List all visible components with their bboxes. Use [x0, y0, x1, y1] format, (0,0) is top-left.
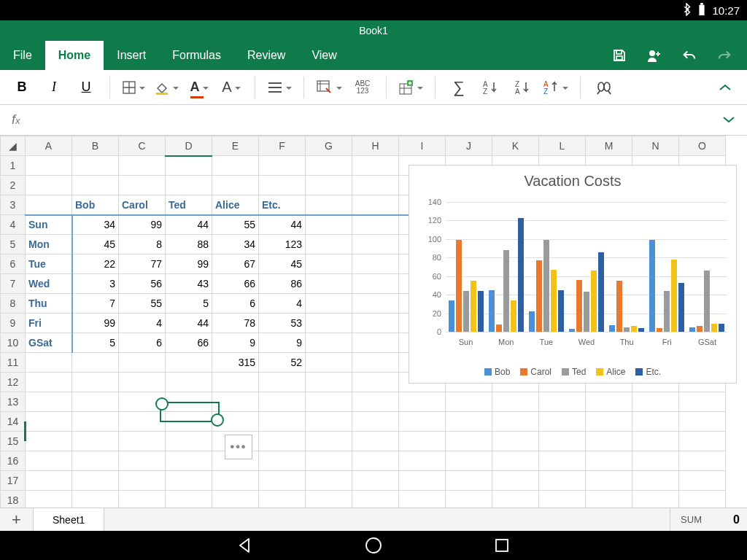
sort-asc-button[interactable]: AZ: [479, 75, 503, 100]
cell-C17[interactable]: [119, 471, 166, 491]
cell-F7[interactable]: 86: [259, 274, 306, 294]
cell-C14[interactable]: [119, 412, 166, 432]
cell-A16[interactable]: [26, 451, 72, 471]
cell-J16[interactable]: [446, 451, 492, 471]
add-sheet-button[interactable]: +: [0, 508, 34, 531]
cell-G1[interactable]: [306, 156, 352, 176]
cell-H1[interactable]: [352, 156, 399, 176]
cell-G12[interactable]: [306, 373, 352, 392]
cell-E1[interactable]: [212, 156, 259, 176]
cell-B18[interactable]: [72, 491, 119, 508]
cell-G10[interactable]: [306, 333, 352, 353]
row-header-1[interactable]: 1: [1, 156, 26, 176]
cell-E5[interactable]: 34: [212, 235, 259, 254]
col-header-N[interactable]: N: [632, 136, 679, 156]
cell-C13[interactable]: [119, 392, 166, 412]
cell-C2[interactable]: [119, 176, 166, 195]
cell-E10[interactable]: 9: [212, 333, 259, 353]
cell-J13[interactable]: [446, 392, 492, 412]
cell-A4[interactable]: Sun: [26, 215, 72, 235]
cell-B8[interactable]: 7: [72, 294, 119, 314]
sheet-tab[interactable]: Sheet1: [34, 508, 104, 531]
cell-F6[interactable]: 45: [259, 254, 306, 274]
cell-F16[interactable]: [259, 451, 306, 471]
cell-A5[interactable]: Mon: [26, 235, 72, 254]
col-header-E[interactable]: E: [212, 136, 259, 156]
cell-D3[interactable]: Ted: [166, 195, 212, 215]
font-color-button[interactable]: A: [187, 75, 211, 100]
cell-I14[interactable]: [399, 412, 446, 432]
cell-H12[interactable]: [352, 373, 399, 392]
cell-I17[interactable]: [399, 471, 446, 491]
font-size-button[interactable]: A: [220, 75, 243, 100]
cell-E18[interactable]: [212, 491, 259, 508]
cell-K18[interactable]: [492, 491, 539, 508]
back-icon[interactable]: [236, 536, 255, 555]
cell-A9[interactable]: Fri: [26, 314, 72, 333]
cell-C12[interactable]: [119, 373, 166, 392]
row-header-12[interactable]: 12: [1, 373, 26, 392]
cell-G15[interactable]: [306, 432, 352, 451]
cell-F1[interactable]: [259, 156, 306, 176]
cell-H7[interactable]: [352, 274, 399, 294]
cell-K16[interactable]: [492, 451, 539, 471]
cell-D9[interactable]: 44: [166, 314, 212, 333]
cell-K15[interactable]: [492, 432, 539, 451]
cell-G5[interactable]: [306, 235, 352, 254]
cell-C9[interactable]: 4: [119, 314, 166, 333]
cell-D7[interactable]: 43: [166, 274, 212, 294]
cell-E17[interactable]: [212, 471, 259, 491]
cell-B9[interactable]: 99: [72, 314, 119, 333]
cell-C18[interactable]: [119, 491, 166, 508]
cell-G4[interactable]: [306, 215, 352, 235]
cell-F12[interactable]: [259, 373, 306, 392]
cell-N14[interactable]: [632, 412, 679, 432]
row-header-7[interactable]: 7: [1, 274, 26, 294]
row-header-6[interactable]: 6: [1, 254, 26, 274]
cell-B11[interactable]: [72, 353, 119, 373]
cell-B3[interactable]: Bob: [72, 195, 119, 215]
cell-A11[interactable]: [26, 353, 72, 373]
cell-J17[interactable]: [446, 471, 492, 491]
cell-H8[interactable]: [352, 294, 399, 314]
row-header-11[interactable]: 11: [1, 353, 26, 373]
borders-button[interactable]: [122, 75, 145, 100]
row-header-9[interactable]: 9: [1, 314, 26, 333]
row-header-10[interactable]: 10: [1, 333, 26, 353]
cell-F18[interactable]: [259, 491, 306, 508]
cell-D10[interactable]: 66: [166, 333, 212, 353]
cell-I13[interactable]: [399, 392, 446, 412]
cell-A8[interactable]: Thu: [26, 294, 72, 314]
cell-G3[interactable]: [306, 195, 352, 215]
cell-G7[interactable]: [306, 274, 352, 294]
cell-A15[interactable]: [26, 432, 72, 451]
cell-M17[interactable]: [586, 471, 632, 491]
cell-D1[interactable]: [166, 156, 212, 176]
cell-A3[interactable]: [26, 195, 72, 215]
cell-A17[interactable]: [26, 471, 72, 491]
cell-F13[interactable]: [259, 392, 306, 412]
cell-B7[interactable]: 3: [72, 274, 119, 294]
cell-E7[interactable]: 66: [212, 274, 259, 294]
cell-D4[interactable]: 44: [166, 215, 212, 235]
insert-cells-button[interactable]: [398, 75, 423, 100]
tab-insert[interactable]: Insert: [104, 41, 159, 70]
cell-C6[interactable]: 77: [119, 254, 166, 274]
cell-D2[interactable]: [166, 176, 212, 195]
cell-H10[interactable]: [352, 333, 399, 353]
align-button[interactable]: [267, 75, 292, 100]
cell-G13[interactable]: [306, 392, 352, 412]
italic-button[interactable]: I: [42, 75, 66, 100]
cell-B13[interactable]: [72, 392, 119, 412]
cell-E4[interactable]: 55: [212, 215, 259, 235]
col-header-A[interactable]: A: [26, 136, 72, 156]
cell-L13[interactable]: [539, 392, 586, 412]
cell-L14[interactable]: [539, 412, 586, 432]
cell-D18[interactable]: [166, 491, 212, 508]
cell-F10[interactable]: 9: [259, 333, 306, 353]
cell-A12[interactable]: [26, 373, 72, 392]
cell-G18[interactable]: [306, 491, 352, 508]
tab-file[interactable]: File: [0, 41, 45, 70]
cell-B2[interactable]: [72, 176, 119, 195]
save-icon[interactable]: [611, 47, 627, 63]
